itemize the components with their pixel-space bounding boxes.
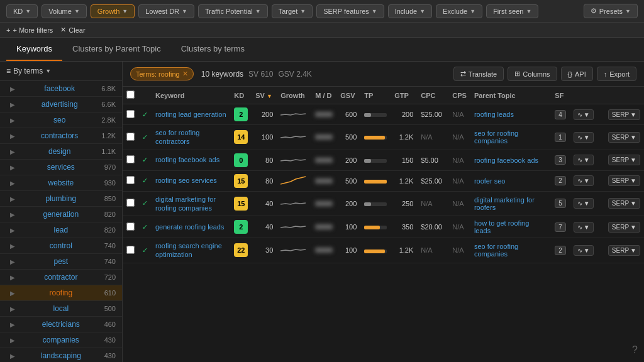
sidebar-item-control[interactable]: ▶ control 740: [0, 238, 122, 254]
row-checkbox[interactable]: [126, 110, 135, 118]
parent-topic-link[interactable]: roofer seo: [474, 177, 506, 185]
cell-gtp: 200: [391, 104, 417, 125]
sidebar-item-facebook[interactable]: ▶ facebook 6.8K: [0, 81, 122, 97]
api-button[interactable]: {} API: [561, 67, 593, 81]
col-serp: [604, 87, 644, 104]
row-checkbox[interactable]: [126, 199, 135, 207]
trend-button[interactable]: ∿ ▼: [574, 245, 594, 256]
sidebar-item-seo[interactable]: ▶ seo 2.8K: [0, 112, 122, 128]
parent-topic-link[interactable]: roofing facebook ads: [474, 156, 538, 164]
serp-button[interactable]: SERP ▼: [608, 245, 640, 256]
tab-keywords[interactable]: Keywords: [6, 38, 62, 61]
kd-filter[interactable]: KD ▼: [6, 4, 38, 18]
cell-serp-btn: SERP ▼: [604, 104, 644, 125]
cell-checkmark: ✓: [138, 125, 152, 150]
cell-serp-btn: SERP ▼: [604, 191, 644, 216]
tab-clusters-parent[interactable]: Clusters by Parent Topic: [62, 38, 171, 61]
parent-topic-link[interactable]: roofing leads: [474, 111, 514, 118]
sidebar-items-list: ▶ facebook 6.8K ▶ advertising 6.6K ▶ seo…: [0, 81, 122, 362]
parent-topic-link[interactable]: digital marketing for roofers: [474, 196, 535, 211]
tag-remove[interactable]: ✕: [182, 70, 188, 78]
trend-button[interactable]: ∿ ▼: [574, 132, 594, 143]
sidebar-item-services[interactable]: ▶ services 970: [0, 160, 122, 175]
sidebar-item-companies[interactable]: ▶ companies 430: [0, 332, 122, 348]
parent-topic-link[interactable]: seo for roofing companies: [474, 129, 518, 145]
sidebar-item-contractor[interactable]: ▶ contractor 720: [0, 270, 122, 285]
volume-filter[interactable]: Volume ▼: [42, 4, 87, 18]
tab-clusters-terms[interactable]: Clusters by terms: [171, 38, 255, 61]
help-button[interactable]: ?: [632, 344, 638, 356]
sidebar-header[interactable]: ≡ By terms ▼: [0, 62, 122, 81]
trend-button[interactable]: ∿ ▼: [574, 175, 594, 186]
sidebar-item-contractors[interactable]: ▶ contractors 1.2K: [0, 128, 122, 144]
keyword-link[interactable]: roofing search engine optimization: [155, 241, 226, 260]
row-checkbox[interactable]: [126, 246, 135, 254]
kd-badge: 22: [234, 243, 248, 257]
blurred-value: [315, 156, 333, 164]
trend-button[interactable]: ∿ ▼: [574, 109, 594, 120]
sf-badge: 7: [555, 222, 566, 232]
sidebar-item-landscaping[interactable]: ▶ landscaping 430: [0, 348, 122, 362]
table-row: ✓ digital marketing for roofing companie…: [123, 191, 644, 216]
export-button[interactable]: ↑ Export: [597, 67, 636, 81]
serp-button[interactable]: SERP ▼: [608, 109, 640, 120]
translate-button[interactable]: ⇄ Translate: [453, 67, 504, 81]
keyword-link[interactable]: generate roofing leads: [155, 222, 226, 231]
cell-cps: N/A: [448, 216, 470, 238]
columns-button[interactable]: ⊞ Columns: [508, 67, 557, 81]
sidebar-item-roofing[interactable]: ▶ roofing 610: [0, 285, 122, 301]
lowest-dr-filter[interactable]: Lowest DR ▼: [138, 4, 194, 18]
cell-gsv: 100: [336, 216, 360, 238]
cell-tp: [360, 216, 391, 238]
sidebar-term-label: roofing: [49, 288, 72, 297]
keyword-link[interactable]: digital marketing for roofing companies: [155, 195, 226, 213]
cell-checkbox: [123, 125, 138, 150]
traffic-potential-filter[interactable]: Traffic Potential ▼: [198, 4, 268, 18]
sidebar-item-plumbing[interactable]: ▶ plumbing 850: [0, 191, 122, 207]
more-filters-button[interactable]: + + More filters: [6, 26, 53, 34]
include-filter[interactable]: Include ▼: [388, 4, 432, 18]
clear-button[interactable]: ✕ Clear: [60, 26, 85, 34]
keyword-link[interactable]: seo for roofing contractors: [155, 128, 226, 146]
serp-button[interactable]: SERP ▼: [608, 175, 640, 186]
trend-button[interactable]: ∿ ▼: [574, 222, 594, 233]
chevron-icon: ▼: [45, 68, 51, 74]
row-checkbox[interactable]: [126, 222, 135, 231]
sidebar-item-pest[interactable]: ▶ pest 740: [0, 254, 122, 270]
sidebar-term-label: control: [50, 241, 72, 250]
parent-topic-link[interactable]: seo for roofing companies: [474, 243, 518, 258]
sidebar-item-lead[interactable]: ▶ lead 820: [0, 222, 122, 238]
sidebar-item-advertising[interactable]: ▶ advertising 6.6K: [0, 97, 122, 112]
serp-button[interactable]: SERP ▼: [608, 222, 640, 233]
keyword-link[interactable]: roofing seo services: [155, 176, 226, 185]
kd-badge: 2: [234, 107, 248, 121]
sidebar-item-website[interactable]: ▶ website 930: [0, 175, 122, 191]
keyword-link[interactable]: roofing lead generation: [155, 110, 226, 119]
trend-button[interactable]: ∿ ▼: [574, 155, 594, 165]
sidebar-item-local[interactable]: ▶ local 500: [0, 301, 122, 317]
cell-checkbox: [123, 238, 138, 263]
target-filter[interactable]: Target ▼: [272, 4, 313, 18]
select-all-checkbox[interactable]: [126, 90, 135, 99]
sidebar-item-design[interactable]: ▶ design 1.1K: [0, 144, 122, 160]
serp-button[interactable]: SERP ▼: [608, 198, 640, 209]
serp-button[interactable]: SERP ▼: [608, 132, 640, 143]
expand-arrow: ▶: [10, 148, 15, 155]
sidebar-item-generation[interactable]: ▶ generation 820: [0, 207, 122, 222]
col-sv[interactable]: SV ▼: [252, 87, 277, 104]
row-checkbox[interactable]: [126, 133, 135, 141]
trend-button[interactable]: ∿ ▼: [574, 198, 594, 209]
presets-filter[interactable]: ⚙ Presets ▼: [584, 4, 638, 18]
first-seen-filter[interactable]: First seen ▼: [486, 4, 538, 18]
cell-checkbox: [123, 216, 138, 238]
serp-button[interactable]: SERP ▼: [608, 155, 640, 165]
sidebar-item-electricians[interactable]: ▶ electricians 460: [0, 317, 122, 332]
parent-topic-link[interactable]: how to get roofing leads: [474, 219, 529, 234]
row-checkbox[interactable]: [126, 176, 135, 184]
row-checkbox[interactable]: [126, 155, 135, 163]
growth-filter[interactable]: Growth ▼: [91, 4, 135, 18]
exclude-filter[interactable]: Exclude ▼: [436, 4, 482, 18]
keywords-table: Keyword KD SV ▼ Growth M / D GSV TP GTP …: [123, 87, 644, 263]
serp-features-filter[interactable]: SERP features ▼: [316, 4, 384, 18]
keyword-link[interactable]: roofing facebook ads: [155, 155, 226, 164]
